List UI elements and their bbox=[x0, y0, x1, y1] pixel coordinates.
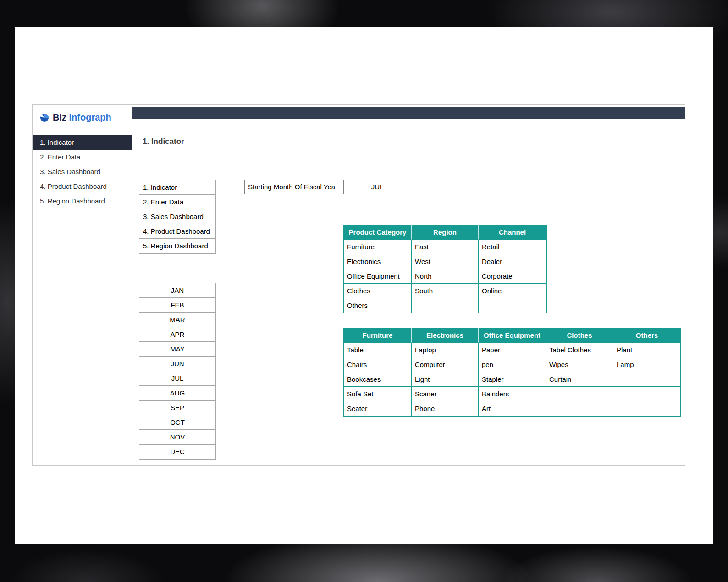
brand-text: Biz Infograph bbox=[53, 112, 111, 123]
product-header-cell: Electronics bbox=[412, 328, 479, 343]
category-cell: Clothes bbox=[344, 284, 412, 298]
product-cell: Laptop bbox=[412, 343, 479, 357]
sidebar-nav: 1. Indicator 2. Enter Data 3. Sales Dash… bbox=[33, 135, 132, 209]
month-cell: AUG bbox=[139, 386, 215, 401]
product-cell: Computer bbox=[412, 357, 479, 372]
category-cell bbox=[412, 298, 479, 313]
product-header-cell: Others bbox=[613, 328, 681, 343]
product-cell: Sofa Set bbox=[344, 387, 412, 401]
category-cell: North bbox=[412, 269, 479, 284]
product-header-cell: Office Equipment bbox=[479, 328, 546, 343]
product-cell: Stapler bbox=[479, 372, 546, 387]
product-cell: Wipes bbox=[546, 357, 613, 372]
month-cell: SEP bbox=[139, 401, 215, 415]
category-cell: Corporate bbox=[479, 269, 546, 284]
category-cell: Office Equipment bbox=[344, 269, 412, 284]
month-cell: JUN bbox=[139, 357, 215, 371]
category-cell: Furniture bbox=[344, 240, 412, 254]
fiscal-month-label: Starting Month Of Fiscal Yea bbox=[244, 180, 343, 194]
product-cell bbox=[613, 387, 681, 401]
brand-suffix: Infograph bbox=[69, 112, 111, 122]
sheet-nav-item-indicator[interactable]: 1. Indicator bbox=[139, 180, 215, 195]
product-header-cell: Furniture bbox=[344, 328, 412, 343]
product-cell: Phone bbox=[412, 401, 479, 416]
sheet-nav-list: 1. Indicator 2. Enter Data 3. Sales Dash… bbox=[139, 180, 216, 254]
product-cell: Scaner bbox=[412, 387, 479, 401]
category-header-cell: Channel bbox=[479, 225, 546, 240]
product-cell: Seater bbox=[344, 401, 412, 416]
product-cell bbox=[613, 372, 681, 387]
product-cell: Curtain bbox=[546, 372, 613, 387]
month-cell: MAR bbox=[139, 313, 215, 327]
product-header-cell: Clothes bbox=[546, 328, 613, 343]
category-header-cell: Product Category bbox=[344, 225, 412, 240]
product-cell: Paper bbox=[479, 343, 546, 357]
product-cell: Art bbox=[479, 401, 546, 416]
category-cell: Online bbox=[479, 284, 546, 298]
month-cell: APR bbox=[139, 327, 215, 342]
category-table: Product Category Region Channel Furnitur… bbox=[343, 225, 547, 313]
brand-logo: Biz Infograph bbox=[40, 112, 111, 123]
month-cell: DEC bbox=[139, 445, 215, 459]
sidebar: Biz Infograph 1. Indicator 2. Enter Data… bbox=[33, 105, 132, 465]
product-cell: Bookcases bbox=[344, 372, 412, 387]
sidebar-item-indicator[interactable]: 1. Indicator bbox=[33, 135, 132, 150]
product-cell bbox=[546, 387, 613, 401]
product-table: Furniture Electronics Office Equipment C… bbox=[343, 328, 681, 417]
month-cell: NOV bbox=[139, 430, 215, 445]
sidebar-item-sales-dashboard[interactable]: 3. Sales Dashboard bbox=[33, 165, 132, 179]
dashboard-panel: Biz Infograph 1. Indicator 2. Enter Data… bbox=[32, 104, 685, 466]
month-list: JAN FEB MAR APR MAY JUN JUL AUG SEP OCT … bbox=[139, 283, 216, 460]
category-cell: Dealer bbox=[479, 254, 546, 269]
product-cell: Light bbox=[412, 372, 479, 387]
category-cell: Electronics bbox=[344, 254, 412, 269]
product-cell: Chairs bbox=[344, 357, 412, 372]
month-cell: JUL bbox=[139, 371, 215, 386]
product-cell: Tabel Clothes bbox=[546, 343, 613, 357]
product-cell bbox=[546, 401, 613, 416]
pie-chart-icon bbox=[40, 113, 49, 122]
sheet-nav-item-region-dashboard[interactable]: 5. Region Dashboard bbox=[139, 239, 215, 253]
brand-prefix: Biz bbox=[53, 112, 66, 122]
product-cell: Lamp bbox=[613, 357, 681, 372]
category-cell: West bbox=[412, 254, 479, 269]
sidebar-item-product-dashboard[interactable]: 4. Product Dashboard bbox=[33, 179, 132, 194]
sidebar-item-enter-data[interactable]: 2. Enter Data bbox=[33, 150, 132, 165]
sheet-nav-item-sales-dashboard[interactable]: 3. Sales Dashboard bbox=[139, 209, 215, 224]
sheet-nav-item-enter-data[interactable]: 2. Enter Data bbox=[139, 195, 215, 209]
category-cell: Retail bbox=[479, 240, 546, 254]
sheet-nav-item-product-dashboard[interactable]: 4. Product Dashboard bbox=[139, 224, 215, 239]
product-cell: pen bbox=[479, 357, 546, 372]
product-cell: Bainders bbox=[479, 387, 546, 401]
category-cell: East bbox=[412, 240, 479, 254]
top-bar bbox=[132, 107, 685, 119]
product-cell bbox=[613, 401, 681, 416]
month-cell: OCT bbox=[139, 415, 215, 430]
page-title: 1. Indicator bbox=[143, 137, 184, 146]
month-cell: MAY bbox=[139, 342, 215, 357]
category-cell: South bbox=[412, 284, 479, 298]
category-cell: Others bbox=[344, 298, 412, 313]
month-cell: JAN bbox=[139, 283, 215, 298]
workbook-page: Biz Infograph 1. Indicator 2. Enter Data… bbox=[15, 27, 713, 544]
category-cell bbox=[479, 298, 546, 313]
category-header-cell: Region bbox=[412, 225, 479, 240]
product-cell: Table bbox=[344, 343, 412, 357]
product-cell: Plant bbox=[613, 343, 681, 357]
sidebar-item-region-dashboard[interactable]: 5. Region Dashboard bbox=[33, 194, 132, 209]
fiscal-month-value[interactable]: JUL bbox=[343, 180, 411, 194]
month-cell: FEB bbox=[139, 298, 215, 313]
